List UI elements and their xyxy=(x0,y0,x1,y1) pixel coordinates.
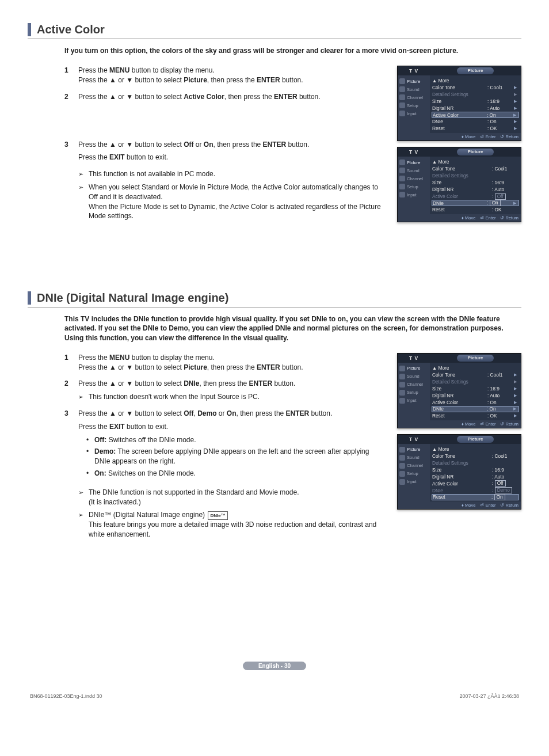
osd-item-highlighted: Active Color xyxy=(433,112,487,118)
osd-side-channel: Channel xyxy=(398,462,430,470)
osd-item: Active Color xyxy=(432,481,492,487)
osd-side-sound: Sound xyxy=(398,85,430,93)
t: button. xyxy=(286,140,309,149)
t: button to exit. xyxy=(125,153,168,161)
osd-val: : Cool1 xyxy=(492,453,518,459)
osd-item: Detailed Settings xyxy=(432,173,518,178)
osd-footer: ♦ Move ⏎ Enter ↺ Return xyxy=(398,502,521,509)
t: Press the xyxy=(78,354,109,362)
t: This feature brings you more a detailed … xyxy=(89,521,376,538)
t: Setup xyxy=(407,390,418,395)
osd-footer-return: Return xyxy=(505,134,518,139)
t: Press the ▲ or ▼ button to select xyxy=(78,76,184,84)
on-label: On xyxy=(227,409,237,417)
print-footer: BN68-01192E-03Eng-1.indd 30 2007-03-27 ¿… xyxy=(28,693,521,699)
osd-val: : OK xyxy=(492,207,518,212)
osd-side-picture: Picture xyxy=(398,77,430,85)
osd-val: : Auto xyxy=(492,474,518,480)
osd-option-on: On xyxy=(494,494,505,500)
enter-label: ENTER xyxy=(249,379,273,388)
t: button. xyxy=(298,93,321,101)
osd-side-picture: Picture xyxy=(398,446,430,454)
t: Off: xyxy=(94,436,106,444)
t: Switches on the DNIe mode. xyxy=(106,469,196,477)
enter-label: ENTER xyxy=(274,93,298,101)
bullet-icon: • xyxy=(86,447,94,466)
osd-item: Detailed Settings xyxy=(432,379,514,385)
t: Switches off the DNIe mode. xyxy=(106,436,196,444)
osd-item: DNIe xyxy=(432,488,492,493)
t: Input xyxy=(407,192,417,197)
osd-val: : Cool1 xyxy=(492,166,518,172)
t: Press the xyxy=(78,153,109,161)
print-footer-left: BN68-01192E-03Eng-1.indd 30 xyxy=(30,693,102,699)
osd-footer-return: Return xyxy=(505,421,518,427)
menu-label: MENU xyxy=(109,66,129,74)
exit-label: EXIT xyxy=(109,153,125,161)
osd-footer-move: Move xyxy=(465,215,475,221)
page-number-pill: English - 30 xyxy=(243,662,306,670)
osd-item: Size xyxy=(432,180,492,185)
bullet-on: On: Switches on the DNIe mode. xyxy=(94,469,196,478)
bullet-icon: • xyxy=(86,469,94,478)
osd-title: Picture xyxy=(457,149,493,155)
t: Press the xyxy=(78,66,109,74)
t: On: xyxy=(94,469,106,477)
on-label: On xyxy=(204,140,214,149)
t: Sound xyxy=(407,374,420,379)
osd-item: Detailed Settings xyxy=(432,460,518,466)
print-footer-right: 2007-03-27 ¿ÀÀü 2:46:38 xyxy=(459,693,519,699)
osd-more: ▲ More xyxy=(432,78,518,83)
osd-item: Size xyxy=(432,386,487,392)
t: Channel xyxy=(407,176,423,181)
t: , then press the xyxy=(224,93,274,101)
osd-footer-move: Move xyxy=(465,421,475,427)
osd-more: ▲ More xyxy=(432,446,518,452)
step-body: Press the ▲ or ▼ button to select Off or… xyxy=(78,140,386,163)
osd-side-input: Input xyxy=(398,109,430,117)
note-arrow-icon: ➢ xyxy=(78,169,89,178)
note-arrow-icon: ➢ xyxy=(78,510,89,519)
osd-footer-enter: Enter xyxy=(485,215,495,221)
osd-val: : 16:9 xyxy=(487,98,514,104)
section-heading-active-color: Active Color xyxy=(28,23,521,36)
osd-val: : Auto xyxy=(487,393,514,398)
osd-title: Picture xyxy=(457,67,493,74)
osd-tv-label: T V xyxy=(398,149,430,155)
section-rule xyxy=(28,39,521,39)
t: Press the ▲ or ▼ button to select xyxy=(78,93,184,101)
note-arrow-icon: ➢ xyxy=(78,392,89,401)
osd-footer-move: Move xyxy=(465,134,475,139)
osd-item: Digital NR xyxy=(432,187,492,192)
bullet-icon: • xyxy=(86,435,94,445)
dnie-logo: DNIe™ xyxy=(208,511,227,520)
osd-more: ▲ More xyxy=(432,159,518,165)
note-text: The DNIe function is not supported in th… xyxy=(89,488,299,507)
steps-dnie: 1 Press the MENU button to display the m… xyxy=(64,353,386,546)
osd-val: : Cool1 xyxy=(487,372,514,378)
osd-footer-move: Move xyxy=(465,503,475,508)
note-text: When you select Standard or Movie in Pic… xyxy=(89,183,386,221)
osd-side-input: Input xyxy=(398,397,430,405)
note-text: This function is not available in PC mod… xyxy=(89,169,215,179)
osd-item: Color Tone xyxy=(432,166,492,172)
osd-val: : On xyxy=(487,119,514,124)
osd-option-demo: Demo xyxy=(495,487,512,493)
t: (It is inactivated.) xyxy=(89,498,141,506)
osd-sidebar: Picture Sound Channel Setup Input xyxy=(398,363,430,420)
t: Channel xyxy=(407,382,423,387)
step-body: Press the ▲ or ▼ button to select Active… xyxy=(78,92,386,102)
t: Sound xyxy=(407,168,420,173)
osd-side-channel: Channel xyxy=(398,174,430,183)
osd-item: Size xyxy=(432,98,487,104)
osd-side-sound: Sound xyxy=(398,373,430,381)
t: Press the xyxy=(78,423,109,431)
t: Setup xyxy=(407,471,418,476)
osd-val: : OK xyxy=(487,126,514,131)
osd-item: Color Tone xyxy=(432,453,492,459)
osd-option-off: Off xyxy=(495,193,506,200)
osd-item: Color Tone xyxy=(432,372,487,378)
t: Press the ▲ or ▼ button to select xyxy=(78,379,184,388)
t: button to exit. xyxy=(125,423,168,431)
osd-val: : 16:9 xyxy=(492,180,518,185)
